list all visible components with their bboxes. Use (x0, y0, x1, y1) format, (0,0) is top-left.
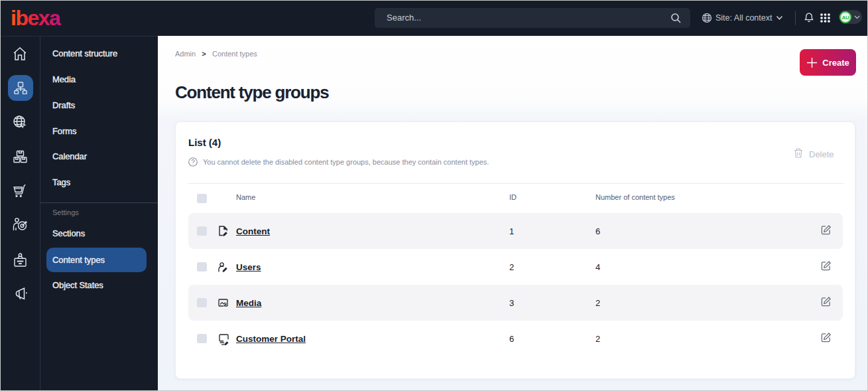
svg-text:ibexa: ibexa (11, 6, 61, 30)
